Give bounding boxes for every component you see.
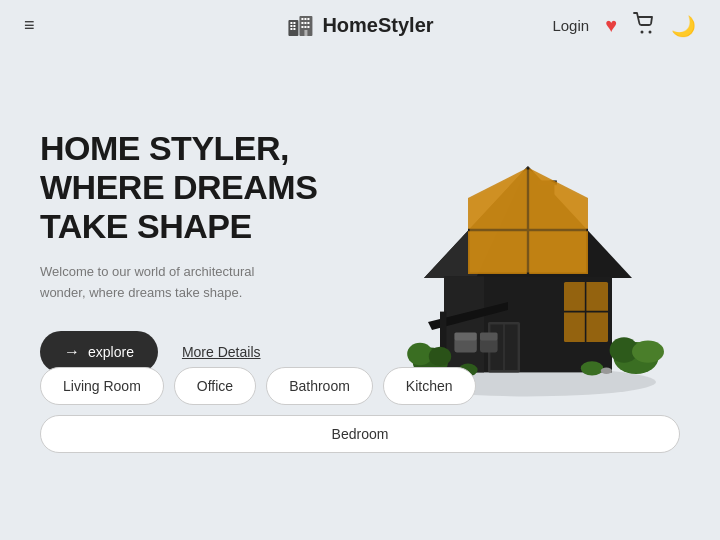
- login-link[interactable]: Login: [552, 17, 589, 34]
- header: ≡: [0, 0, 720, 51]
- cart-icon[interactable]: [633, 12, 655, 39]
- main-content: HOME STYLER, WHERE DREAMS TAKE SHAPE Wel…: [0, 51, 720, 481]
- svg-rect-11: [301, 22, 303, 24]
- svg-rect-8: [301, 18, 303, 20]
- moon-icon[interactable]: 🌙: [671, 14, 696, 38]
- header-left: ≡: [24, 15, 35, 36]
- category-bathroom[interactable]: Bathroom: [266, 367, 373, 405]
- header-right: Login ♥ 🌙: [552, 12, 696, 39]
- category-row-1: Living Room Office Bathroom Kitchen: [40, 367, 680, 405]
- logo-icon: [286, 10, 314, 42]
- svg-rect-1: [290, 22, 292, 24]
- svg-rect-6: [293, 28, 295, 30]
- heart-icon[interactable]: ♥: [605, 14, 617, 37]
- category-office[interactable]: Office: [174, 367, 256, 405]
- svg-point-19: [649, 31, 652, 34]
- explore-label: explore: [88, 344, 134, 360]
- hero-title: HOME STYLER, WHERE DREAMS TAKE SHAPE: [40, 129, 360, 246]
- header-center: HomeStyler: [286, 10, 433, 42]
- svg-rect-5: [290, 28, 292, 30]
- categories-section: Living Room Office Bathroom Kitchen Bedr…: [40, 367, 680, 453]
- svg-rect-40: [454, 332, 476, 340]
- svg-rect-17: [304, 30, 307, 36]
- category-bedroom[interactable]: Bedroom: [40, 415, 680, 453]
- more-details-link[interactable]: More Details: [182, 344, 261, 360]
- svg-rect-36: [505, 324, 518, 370]
- arrow-icon: →: [64, 343, 80, 361]
- svg-point-18: [641, 31, 644, 34]
- svg-rect-14: [301, 26, 303, 28]
- svg-rect-16: [307, 26, 309, 28]
- svg-rect-4: [293, 25, 295, 27]
- category-living-room[interactable]: Living Room: [40, 367, 164, 405]
- svg-rect-9: [304, 18, 306, 20]
- svg-rect-15: [304, 26, 306, 28]
- svg-marker-29: [470, 169, 587, 272]
- svg-rect-13: [307, 22, 309, 24]
- svg-rect-10: [307, 18, 309, 20]
- svg-rect-12: [304, 22, 306, 24]
- category-kitchen[interactable]: Kitchen: [383, 367, 476, 405]
- brand-name: HomeStyler: [322, 14, 433, 37]
- svg-rect-3: [290, 25, 292, 27]
- svg-point-44: [407, 343, 433, 365]
- category-row-2: Bedroom: [40, 415, 680, 453]
- hamburger-icon[interactable]: ≡: [24, 15, 35, 36]
- svg-rect-2: [293, 22, 295, 24]
- svg-point-48: [632, 340, 664, 362]
- svg-rect-42: [480, 332, 498, 340]
- svg-point-45: [429, 347, 451, 366]
- hero-subtitle: Welcome to our world of architectural wo…: [40, 262, 280, 304]
